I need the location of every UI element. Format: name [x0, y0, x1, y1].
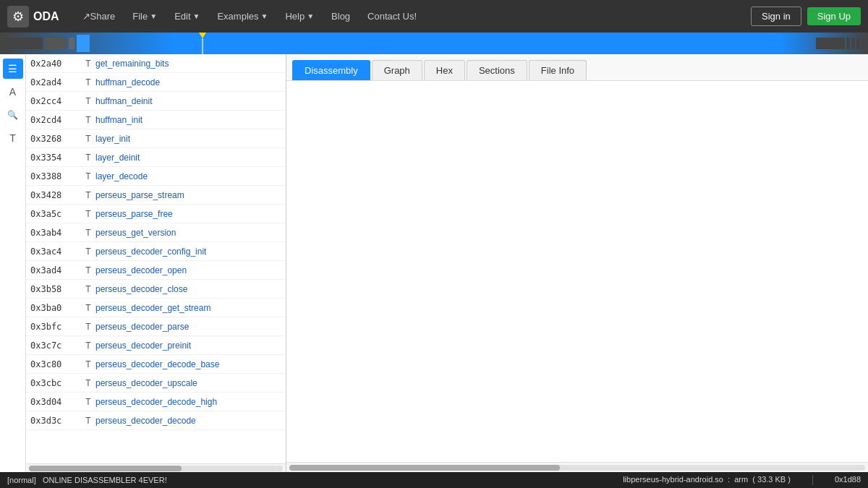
symbol-name[interactable]: huffman_init — [95, 115, 281, 125]
blog-link[interactable]: Blog — [323, 0, 359, 33]
symbol-name[interactable]: perseus_parse_free — [95, 209, 281, 219]
tl-seg-4 — [77, 35, 90, 52]
symbol-row[interactable]: 0x3388Tlayer_decode — [26, 167, 286, 186]
symbol-addr: 0x3b58 — [30, 284, 81, 294]
tab-sections[interactable]: Sections — [467, 60, 527, 80]
font-tool-button[interactable]: A — [3, 82, 23, 102]
symbol-row[interactable]: 0x3428Tperseus_parse_stream — [26, 186, 286, 205]
symbol-name[interactable]: perseus_decoder_get_stream — [95, 303, 281, 313]
symbol-name[interactable]: perseus_decoder_open — [95, 265, 281, 275]
symbol-name[interactable]: perseus_decoder_decode_base — [95, 359, 281, 369]
symbol-name[interactable]: layer_decode — [95, 171, 281, 181]
signup-button[interactable]: Sign Up — [807, 7, 861, 25]
symbol-row[interactable]: 0x2cd4Thuffman_init — [26, 111, 286, 129]
main-content: ☰ A 🔍 T 0x2a40Tget_remaining_bits0x2ad4T… — [0, 54, 868, 472]
symbol-scroll-thumb[interactable] — [29, 466, 182, 471]
symbol-name[interactable]: perseus_decoder_decode — [95, 416, 281, 426]
symbol-row[interactable]: 0x3354Tlayer_deinit — [26, 148, 286, 167]
tab-disassembly[interactable]: Disassembly — [292, 60, 370, 80]
symbol-row[interactable]: 0x2cc4Thuffman_deinit — [26, 92, 286, 111]
symbol-type: T — [81, 397, 95, 407]
timeline-segments-right — [799, 33, 868, 54]
symbol-addr: 0x3a5c — [30, 209, 81, 219]
share-link[interactable]: ↗ Share — [74, 0, 124, 33]
list-tool-button[interactable]: ☰ — [3, 59, 23, 79]
symbol-type: T — [81, 190, 95, 200]
status-right: libperseus-hybrid-android.so : arm ( 33.… — [623, 475, 861, 485]
tl-seg-r1 — [816, 38, 845, 50]
symbol-name[interactable]: get_remaining_bits — [95, 59, 281, 69]
status-message: [normal] ONLINE DISASSEMBLER 4EVER! — [7, 476, 623, 484]
symbol-name[interactable]: perseus_decoder_decode_high — [95, 397, 281, 407]
examples-menu[interactable]: Examples ▼ — [208, 0, 276, 33]
symbol-name[interactable]: perseus_decoder_parse — [95, 322, 281, 332]
tab-graph[interactable]: Graph — [372, 60, 422, 80]
symbol-row[interactable]: 0x3d3cTperseus_decoder_decode — [26, 411, 286, 430]
symbol-addr: 0x2cc4 — [30, 96, 81, 106]
symbol-addr: 0x3c80 — [30, 359, 81, 369]
symbol-row[interactable]: 0x3cbcTperseus_decoder_upscale — [26, 374, 286, 393]
help-dropdown-arrow: ▼ — [307, 12, 314, 20]
symbol-row[interactable]: 0x3268Tlayer_init — [26, 129, 286, 148]
symbol-row[interactable]: 0x3d04Tperseus_decoder_decode_high — [26, 393, 286, 411]
tab-file-info[interactable]: File Info — [529, 60, 587, 80]
symbol-name[interactable]: layer_deinit — [95, 153, 281, 163]
file-dropdown-arrow: ▼ — [150, 12, 157, 20]
disasm-horizontal-scrollbar[interactable] — [286, 462, 868, 472]
symbol-row[interactable]: 0x3c80Tperseus_decoder_decode_base — [26, 355, 286, 374]
contact-link[interactable]: Contact Us! — [359, 0, 425, 33]
status-filename: libperseus-hybrid-android.so : arm ( 33.… — [623, 475, 791, 485]
symbol-row[interactable]: 0x3ba0Tperseus_decoder_get_stream — [26, 299, 286, 317]
disasm-scroll-track[interactable] — [289, 465, 865, 471]
disasm-panel: Disassembly Graph Hex Sections File Info — [286, 54, 868, 472]
symbol-row[interactable]: 0x3ac4Tperseus_decoder_config_init — [26, 242, 286, 261]
symbol-addr: 0x3d3c — [30, 416, 81, 426]
symbol-list[interactable]: 0x2a40Tget_remaining_bits0x2ad4Thuffman_… — [26, 54, 286, 463]
symbol-row[interactable]: 0x3b58Tperseus_decoder_close — [26, 280, 286, 299]
symbol-name[interactable]: huffman_decode — [95, 77, 281, 87]
file-menu[interactable]: File ▼ — [124, 0, 166, 33]
symbol-addr: 0x3ab4 — [30, 228, 81, 238]
timeline-segments-left — [0, 33, 165, 54]
help-menu[interactable]: Help ▼ — [276, 0, 323, 33]
symbol-name[interactable]: perseus_get_version — [95, 228, 281, 238]
symbol-addr: 0x3354 — [30, 153, 81, 163]
nav-links: ↗ Share File ▼ Edit ▼ Examples ▼ Help ▼ … — [74, 0, 751, 33]
symbol-scroll-track[interactable] — [29, 466, 283, 471]
symbol-name[interactable]: perseus_parse_stream — [95, 190, 281, 200]
symbol-row[interactable]: 0x3a5cTperseus_parse_free — [26, 205, 286, 223]
symbol-row[interactable]: 0x3ab4Tperseus_get_version — [26, 223, 286, 242]
symbol-name[interactable]: layer_init — [95, 134, 281, 144]
text-tool-button[interactable]: T — [3, 128, 23, 148]
disasm-scroll-thumb[interactable] — [289, 465, 560, 471]
edit-menu[interactable]: Edit ▼ — [166, 0, 208, 33]
symbol-addr: 0x3ad4 — [30, 265, 81, 275]
tl-seg-r5 — [861, 38, 865, 50]
symbol-name[interactable]: perseus_decoder_upscale — [95, 378, 281, 388]
tl-seg-3 — [69, 38, 75, 50]
symbol-name[interactable]: perseus_decoder_preinit — [95, 341, 281, 351]
disasm-content[interactable] — [286, 81, 868, 462]
symbol-name[interactable]: perseus_decoder_config_init — [95, 247, 281, 257]
disasm-inner — [286, 81, 868, 370]
symbol-name[interactable]: huffman_deinit — [95, 96, 281, 106]
timeline-bar[interactable] — [0, 33, 868, 54]
timeline-line — [202, 38, 203, 54]
symbol-row[interactable]: 0x2ad4Thuffman_decode — [26, 73, 286, 92]
symbol-addr: 0x3268 — [30, 134, 81, 144]
symbol-row[interactable]: 0x2a40Tget_remaining_bits — [26, 54, 286, 73]
search-tool-button[interactable]: 🔍 — [3, 105, 23, 125]
symbol-row[interactable]: 0x3c7cTperseus_decoder_preinit — [26, 336, 286, 355]
symbol-horizontal-scrollbar[interactable] — [26, 463, 286, 472]
tab-hex[interactable]: Hex — [424, 60, 465, 80]
status-bar: [normal] ONLINE DISASSEMBLER 4EVER! libp… — [0, 472, 868, 488]
symbol-row[interactable]: 0x3bfcTperseus_decoder_parse — [26, 317, 286, 336]
navbar: ⚙ ODA ↗ Share File ▼ Edit ▼ Examples ▼ H… — [0, 0, 868, 33]
symbol-row[interactable]: 0x3ad4Tperseus_decoder_open — [26, 261, 286, 280]
symbol-name[interactable]: perseus_decoder_close — [95, 284, 281, 294]
symbol-type: T — [81, 209, 95, 219]
sidebar-tools: ☰ A 🔍 T — [0, 54, 26, 472]
gear-icon: ⚙ — [7, 6, 29, 27]
symbol-type: T — [81, 134, 95, 144]
signin-button[interactable]: Sign in — [751, 7, 801, 26]
